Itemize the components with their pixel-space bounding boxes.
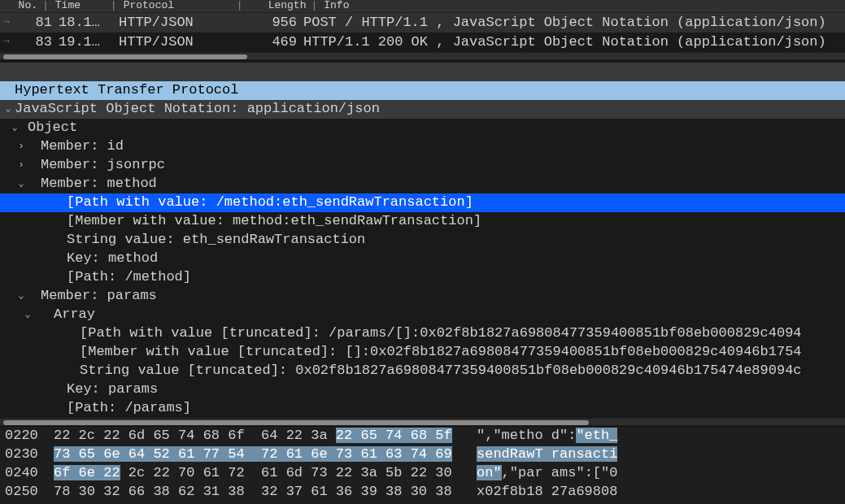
chevron-down-icon: ⌄ [2,177,41,191]
tree-label: Member: jsonrpc [41,155,165,176]
packet-row[interactable]: → 81 18.1… HTTP/JSON 956 POST / HTTP/1.1… [0,13,845,33]
col-header-no[interactable]: No. [0,0,42,14]
hex-bytes: 78 30 32 66 38 62 31 38 32 37 61 36 39 3… [46,482,452,502]
rightarrow-icon: → [0,15,13,29]
tree-label: Member: id [41,137,124,157]
packet-info: HTTP/1.1 200 OK , JavaScript Object Nota… [300,33,845,53]
hex-row[interactable]: 0240 6f 6e 22 2c 22 70 61 72 61 6d 73 22… [0,464,845,483]
tree-method-path[interactable]: [Path: /method] [0,268,845,287]
tree-method-member-value[interactable]: [Member with value: method:eth_sendRawTr… [0,212,845,231]
tree-method-string-value[interactable]: String value: eth_sendRawTransaction [0,231,845,250]
tree-params-member-value[interactable]: [Member with value [truncated]: []:0x02f… [0,343,845,362]
tree-label: Array [54,305,95,325]
packet-list[interactable]: → 81 18.1… HTTP/JSON 956 POST / HTTP/1.1… [0,13,845,52]
tree-params-array[interactable]: ⌄ Array [0,306,845,324]
chevron-right-icon: › [2,159,41,172]
tree-http[interactable]: › Hypertext Transfer Protocol [0,81,845,100]
chevron-down-icon: ⌄ [2,121,28,135]
scrollbar[interactable] [0,52,845,60]
tree-label: Hypertext Transfer Protocol [15,80,238,101]
hex-offset: 0250 [0,482,46,502]
packet-info: POST / HTTP/1.1 , JavaScript Object Nota… [300,13,845,33]
tree-label: Member: params [41,286,157,306]
packet-protocol: HTTP/JSON [115,33,233,53]
tree-label: [Path: /params] [67,398,191,418]
tree-object[interactable]: ⌄ Object [0,119,845,137]
scrollbar[interactable] [0,418,845,426]
tree-label: [Member with value: method:eth_sendRawTr… [67,211,481,232]
rightarrow-icon: → [0,35,13,49]
hex-pane[interactable]: 0220 22 2c 22 6d 65 74 68 6f 64 22 3a 22… [0,426,845,504]
col-header-protocol[interactable]: Protocol [119,0,237,14]
tree-truncated-line [0,63,845,81]
tree-label: [Member with value [truncated]: []:0x02f… [80,342,802,363]
col-header-length[interactable]: Length [244,0,311,14]
col-header-time[interactable]: Time [50,0,111,14]
tree-params-path[interactable]: [Path: /params] [0,399,845,418]
hex-row[interactable]: 0250 78 30 32 66 38 62 31 38 32 37 61 36… [0,483,845,502]
chevron-right-icon: › [2,84,15,98]
tree-member-method[interactable]: ⌄ Member: method [0,175,845,193]
chevron-right-icon: › [2,140,41,154]
packet-row[interactable]: → 83 19.1… HTTP/JSON 469 HTTP/1.1 200 OK… [0,33,845,52]
tree-label: [Path: /method] [67,267,191,288]
tree-label: [Path with value [truncated]: /params/[]… [80,324,802,344]
tree-label: Key: params [67,380,158,400]
tree-params-key[interactable]: Key: params [0,380,845,399]
tree-label: [Path with value: /method:eth_sendRawTra… [67,193,473,213]
tree-label: JavaScript Object Notation: application/… [15,99,380,119]
hex-ascii: ","metho d":"eth_ [452,426,617,446]
packet-no: 83 [13,33,55,53]
hex-bytes: 6f 6e 22 2c 22 70 61 72 61 6d 73 22 3a 5… [46,463,452,484]
hex-offset: 0230 [0,445,46,465]
tree-label: Object [28,118,77,138]
tree-member-params[interactable]: ⌄ Member: params [0,287,845,306]
tree-params-path-value[interactable]: [Path with value [truncated]: /params/[]… [0,324,845,343]
hex-ascii: sendRawT ransacti [452,445,617,465]
tree-label: Key: method [67,249,158,269]
scrollbar-thumb[interactable] [3,420,589,425]
packet-no: 81 [13,13,55,33]
hex-ascii: x02f8b18 27a69808 [452,482,617,502]
chevron-down-icon: ⌄ [2,308,54,322]
tree-params-string-value[interactable]: String value [truncated]: 0x02f8b1827a69… [0,362,845,380]
tree-label: Member: method [41,174,157,194]
tree-label: String value [truncated]: 0x02f8b1827a69… [80,361,802,381]
tree-member-jsonrpc[interactable]: › Member: jsonrpc [0,156,845,175]
tree-label: String value: eth_sendRawTransaction [67,230,365,250]
hex-bytes: 73 65 6e 64 52 61 77 54 72 61 6e 73 61 6… [46,445,452,465]
packet-length: 469 [233,33,300,53]
chevron-down-icon: ⌄ [2,102,15,116]
tree-json[interactable]: ⌄ JavaScript Object Notation: applicatio… [0,100,845,119]
packet-length: 956 [233,13,300,33]
hex-row[interactable]: 0230 73 65 6e 64 52 61 77 54 72 61 6e 73… [0,445,845,464]
tree-method-key[interactable]: Key: method [0,250,845,268]
scrollbar-thumb[interactable] [3,54,247,59]
hex-offset: 0220 [0,426,46,446]
packet-protocol: HTTP/JSON [115,13,233,33]
hex-bytes: 22 2c 22 6d 65 74 68 6f 64 22 3a 22 65 7… [46,426,452,446]
details-pane[interactable]: › Hypertext Transfer Protocol ⌄ JavaScri… [0,60,845,418]
col-header-info[interactable]: Info [319,0,845,14]
packet-time: 19.1… [55,33,115,53]
hex-ascii: on","par ams":["0 [452,463,617,484]
tree-method-path-value[interactable]: [Path with value: /method:eth_sendRawTra… [0,193,845,212]
chevron-down-icon: ⌄ [2,289,41,303]
hex-row[interactable]: 0220 22 2c 22 6d 65 74 68 6f 64 22 3a 22… [0,427,845,445]
packet-list-header: No. | Time | Protocol | Length | Info [0,0,845,13]
tree-member-id[interactable]: › Member: id [0,137,845,156]
packet-time: 18.1… [55,13,115,33]
hex-offset: 0240 [0,463,46,484]
